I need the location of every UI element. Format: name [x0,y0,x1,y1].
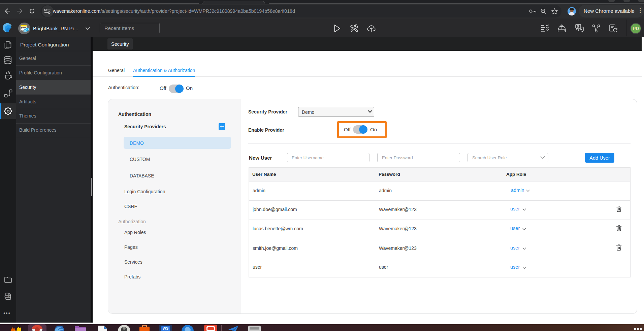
svg-text:LOG: LOG [6,296,10,298]
